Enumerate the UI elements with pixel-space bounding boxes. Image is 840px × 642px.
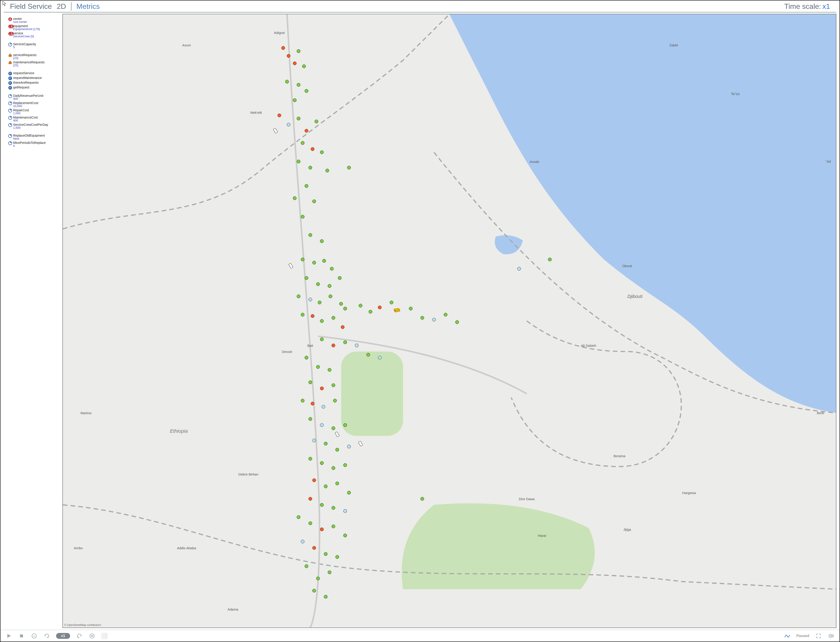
equipment-marker[interactable] bbox=[287, 54, 290, 58]
equipment-marker[interactable] bbox=[347, 445, 351, 448]
equipment-marker[interactable] bbox=[305, 184, 308, 188]
equipment-marker[interactable] bbox=[297, 49, 300, 53]
equipment-marker[interactable] bbox=[329, 295, 332, 298]
equipment-marker[interactable] bbox=[390, 301, 393, 304]
agent-entry[interactable]: centerroot.center bbox=[8, 17, 62, 24]
equipment-marker[interactable] bbox=[305, 356, 308, 360]
time-slider-handle[interactable] bbox=[101, 633, 108, 639]
equipment-marker[interactable] bbox=[320, 239, 324, 243]
equipment-marker[interactable] bbox=[311, 314, 314, 318]
equipment-marker[interactable] bbox=[343, 423, 347, 427]
equipment-marker[interactable] bbox=[287, 123, 290, 126]
equipment-marker[interactable] bbox=[328, 284, 331, 288]
slowdown-button[interactable] bbox=[44, 632, 50, 639]
equipment-marker[interactable] bbox=[297, 515, 300, 519]
equipment-marker[interactable] bbox=[330, 267, 333, 271]
equipment-marker[interactable] bbox=[347, 166, 351, 169]
equipment-marker[interactable] bbox=[293, 196, 296, 200]
equipment-marker[interactable] bbox=[312, 478, 316, 482]
equipment-marker[interactable] bbox=[309, 233, 312, 237]
equipment-marker[interactable] bbox=[343, 509, 347, 513]
equipment-marker[interactable] bbox=[517, 267, 521, 271]
equipment-marker[interactable] bbox=[285, 80, 289, 83]
fullscreen-button[interactable] bbox=[815, 632, 822, 639]
equipment-marker[interactable] bbox=[347, 491, 351, 494]
timescale-value[interactable]: x1 bbox=[822, 2, 830, 11]
equipment-marker[interactable] bbox=[311, 402, 314, 405]
equipment-marker[interactable] bbox=[316, 365, 320, 369]
equipment-marker[interactable] bbox=[297, 83, 300, 87]
equipment-marker[interactable] bbox=[309, 166, 312, 169]
equipment-marker[interactable] bbox=[332, 506, 335, 510]
equipment-marker[interactable] bbox=[301, 399, 304, 402]
stop-button[interactable] bbox=[18, 632, 25, 639]
parameter-entry[interactable]: RepairCost1,000 bbox=[8, 109, 62, 115]
equipment-marker[interactable] bbox=[282, 46, 285, 50]
equipment-marker[interactable] bbox=[335, 481, 339, 485]
equipment-marker[interactable] bbox=[320, 319, 324, 323]
equipment-marker[interactable] bbox=[338, 276, 342, 280]
equipment-marker[interactable] bbox=[366, 353, 370, 357]
equipment-marker[interactable] bbox=[322, 405, 325, 409]
equipment-marker[interactable] bbox=[297, 295, 300, 298]
equipment-marker[interactable] bbox=[316, 577, 320, 580]
equipment-marker[interactable] bbox=[305, 564, 308, 568]
equipment-marker[interactable] bbox=[301, 313, 304, 316]
center-marker[interactable] bbox=[393, 307, 401, 313]
equipment-marker[interactable] bbox=[409, 307, 413, 310]
parameter-entry[interactable]: ReplaceOldEquipmentfalse bbox=[8, 134, 62, 141]
speed-reset-button[interactable]: x1 bbox=[31, 632, 37, 639]
equipment-marker[interactable] bbox=[378, 306, 382, 309]
equipment-marker[interactable] bbox=[359, 304, 363, 307]
equipment-marker[interactable] bbox=[332, 316, 335, 319]
fast-forward-button[interactable] bbox=[89, 632, 95, 639]
equipment-marker[interactable] bbox=[432, 318, 436, 321]
equipment-marker[interactable] bbox=[301, 258, 304, 261]
equipment-marker[interactable] bbox=[309, 457, 312, 460]
equipment-marker[interactable] bbox=[328, 368, 331, 372]
collection-entry[interactable]: serviceRequests{23} bbox=[8, 53, 62, 60]
equipment-marker[interactable] bbox=[369, 310, 372, 313]
function-entry[interactable]: FrequestService bbox=[8, 71, 62, 76]
parameter-entry[interactable]: DailyRevenuePerUnit400 bbox=[8, 94, 62, 101]
equipment-marker[interactable] bbox=[343, 340, 347, 344]
parameter-entry[interactable]: MaintenanceCost400 bbox=[8, 115, 62, 122]
equipment-marker[interactable] bbox=[378, 356, 382, 360]
equipment-marker[interactable] bbox=[297, 160, 300, 163]
equipment-marker[interactable] bbox=[341, 325, 345, 329]
equipment-marker[interactable] bbox=[301, 141, 304, 145]
equipment-marker[interactable] bbox=[328, 571, 331, 574]
equipment-marker[interactable] bbox=[320, 387, 324, 390]
collection-entry[interactable]: maintenanceRequests{25} bbox=[8, 60, 62, 67]
equipment-marker[interactable] bbox=[325, 169, 329, 172]
equipment-marker[interactable] bbox=[312, 261, 316, 264]
function-entry[interactable]: FthereAreRequests bbox=[8, 81, 62, 85]
equipment-marker[interactable] bbox=[548, 258, 552, 261]
settings-button[interactable] bbox=[828, 632, 835, 639]
equipment-marker[interactable] bbox=[320, 461, 324, 465]
equipment-marker[interactable] bbox=[312, 546, 316, 550]
equipment-marker[interactable] bbox=[293, 62, 296, 65]
equipment-marker[interactable] bbox=[320, 151, 324, 154]
equipment-marker[interactable] bbox=[322, 259, 326, 263]
equipment-marker[interactable] bbox=[421, 497, 424, 501]
equipment-marker[interactable] bbox=[335, 448, 339, 452]
equipment-marker[interactable] bbox=[309, 521, 312, 525]
equipment-marker[interactable] bbox=[324, 552, 327, 556]
equipment-marker[interactable] bbox=[305, 89, 308, 93]
equipment-marker[interactable] bbox=[332, 466, 335, 470]
equipment-marker[interactable] bbox=[320, 423, 324, 427]
equipment-marker[interactable] bbox=[305, 129, 308, 133]
equipment-marker[interactable] bbox=[339, 302, 343, 306]
equipment-marker[interactable] bbox=[320, 337, 324, 341]
parameter-entry[interactable]: ServiceCapacity5 bbox=[8, 42, 62, 49]
equipment-marker[interactable] bbox=[320, 527, 324, 531]
equipment-marker[interactable] bbox=[315, 120, 318, 123]
metrics-link[interactable]: Metrics bbox=[76, 2, 100, 11]
equipment-marker[interactable] bbox=[318, 301, 321, 304]
speed-indicator[interactable]: x1 bbox=[56, 633, 70, 639]
equipment-marker[interactable] bbox=[332, 383, 335, 387]
equipment-marker[interactable] bbox=[312, 199, 316, 203]
parameter-entry[interactable]: MtcePeriodsToReplace4 bbox=[8, 141, 62, 148]
equipment-marker[interactable] bbox=[332, 344, 335, 347]
